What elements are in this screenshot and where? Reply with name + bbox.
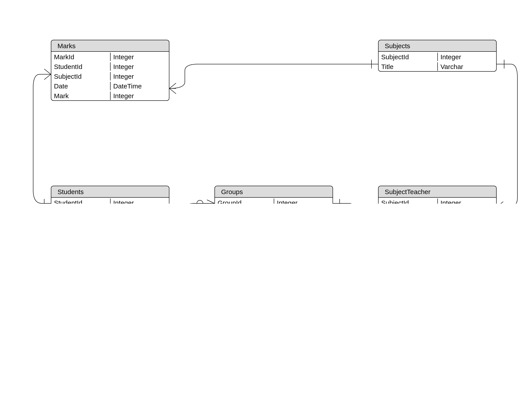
field-row: DateDateTime: [51, 81, 169, 91]
field-name: StudentId: [51, 62, 110, 70]
entity-students[interactable]: StudentsStudentIdIntegerFirstNameVarchar…: [51, 186, 169, 204]
entity-title: Students: [51, 186, 169, 198]
entity-groups[interactable]: GroupsGroupIdIntegerNameVarchar: [214, 186, 333, 204]
connectors-layer: [0, 0, 532, 204]
entity-rows: GroupIdIntegerNameVarchar: [215, 198, 333, 204]
entity-marks[interactable]: MarksMarkIdIntegerStudentIdIntegerSubjec…: [51, 40, 169, 101]
field-row: SubjectIdInteger: [51, 71, 169, 81]
field-type: Integer: [438, 52, 496, 61]
field-type: Varchar: [438, 62, 496, 70]
field-name: SubjectId: [51, 72, 110, 80]
field-type: DateTime: [110, 82, 169, 90]
field-type: Integer: [110, 72, 169, 80]
field-name: GroupId: [215, 198, 274, 204]
field-name: Date: [51, 82, 110, 90]
field-type: Integer: [110, 198, 169, 204]
er-diagram-canvas: MarksMarkIdIntegerStudentIdIntegerSubjec…: [0, 0, 532, 204]
entity-rows: SubjectIdIntegerTeacherIdIntegerGroupIdI…: [379, 198, 496, 204]
entity-title: Marks: [51, 40, 169, 52]
field-row: MarkInteger: [51, 91, 169, 100]
field-type: Integer: [110, 62, 169, 70]
field-name: Title: [379, 62, 438, 70]
entity-title: SubjectTeacher: [379, 186, 496, 198]
field-row: StudentIdInteger: [51, 62, 169, 71]
field-type: Integer: [274, 198, 333, 204]
field-name: SubjectId: [379, 52, 438, 61]
entity-title: Groups: [215, 186, 333, 198]
entity-subjectteacher[interactable]: SubjectTeacherSubjectIdIntegerTeacherIdI…: [378, 186, 497, 204]
field-type: Integer: [110, 52, 169, 61]
field-name: Mark: [51, 91, 110, 100]
svg-point-0: [197, 200, 203, 204]
field-row: SubjectIdInteger: [379, 198, 496, 204]
entity-title: Subjects: [379, 40, 496, 52]
field-name: MarkId: [51, 52, 110, 61]
field-row: SubjectIdInteger: [379, 52, 496, 62]
field-name: StudentId: [51, 198, 110, 204]
field-type: Integer: [110, 91, 169, 100]
field-row: GroupIdInteger: [215, 198, 333, 204]
entity-rows: SubjectIdIntegerTitleVarchar: [379, 52, 496, 71]
entity-rows: MarkIdIntegerStudentIdIntegerSubjectIdIn…: [51, 52, 169, 100]
entity-subjects[interactable]: SubjectsSubjectIdIntegerTitleVarchar: [378, 40, 497, 72]
entity-rows: StudentIdIntegerFirstNameVarcharLastName…: [51, 198, 169, 204]
field-row: MarkIdInteger: [51, 52, 169, 62]
field-row: StudentIdInteger: [51, 198, 169, 204]
field-type: Integer: [438, 198, 496, 204]
field-name: SubjectId: [379, 198, 438, 204]
field-row: TitleVarchar: [379, 62, 496, 71]
